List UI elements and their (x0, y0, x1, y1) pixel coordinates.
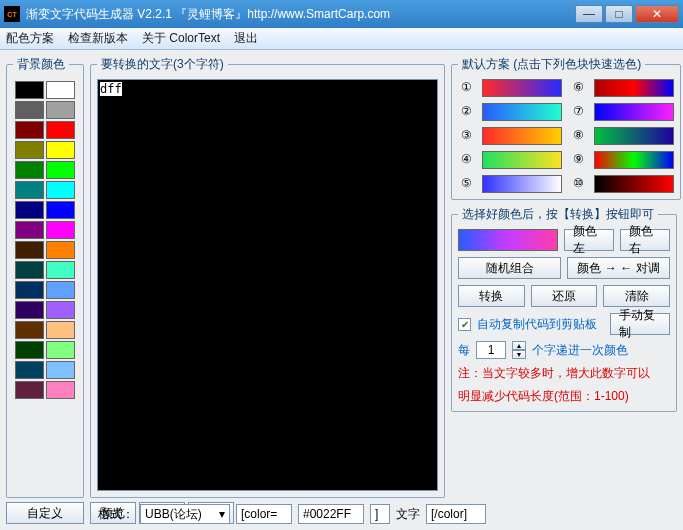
chevron-down-icon: ▾ (219, 507, 225, 521)
autocopy-label: 自动复制代码到剪贴板 (477, 316, 604, 333)
color-swatch[interactable] (46, 141, 75, 159)
color-swatch[interactable] (46, 121, 75, 139)
preset-num: ⑦ (570, 104, 586, 120)
preset-num: ⑥ (570, 80, 586, 96)
menubar: 配色方案 检查新版本 关于 ColorText 退出 (0, 28, 683, 50)
preset-num: ⑧ (570, 128, 586, 144)
step-prefix: 每 (458, 342, 470, 359)
code-hex[interactable]: #0022FF (298, 504, 364, 524)
maximize-button[interactable]: □ (605, 5, 633, 23)
preset-gradient[interactable] (594, 103, 674, 121)
text-legend: 要转换的文字(3个字符) (97, 56, 228, 73)
color-swatch[interactable] (46, 261, 75, 279)
code-end[interactable]: [/color] (426, 504, 486, 524)
color-swatch[interactable] (15, 221, 44, 239)
color-swatch[interactable] (15, 261, 44, 279)
actions-legend: 选择好颜色后，按【转换】按钮即可 (458, 206, 658, 223)
color-swatch[interactable] (15, 321, 44, 339)
preset-num: ⑩ (570, 176, 586, 192)
preset-gradient[interactable] (594, 79, 674, 97)
text-input[interactable]: dff (97, 79, 438, 491)
color-swatch[interactable] (15, 141, 44, 159)
minimize-button[interactable]: — (575, 5, 603, 23)
preset-num: ⑨ (570, 152, 586, 168)
autocopy-checkbox[interactable]: ✔ (458, 318, 471, 331)
code-open[interactable]: [color= (236, 504, 292, 524)
step-suffix: 个字递进一次颜色 (532, 342, 628, 359)
preset-num: ② (458, 104, 474, 120)
color-swatch[interactable] (46, 321, 75, 339)
custom-color-button[interactable]: 自定义 (6, 502, 84, 524)
color-left-button[interactable]: 颜色左 (564, 229, 614, 251)
color-swatch[interactable] (46, 81, 75, 99)
color-swatch[interactable] (15, 121, 44, 139)
preset-gradient[interactable] (482, 127, 562, 145)
preset-gradient[interactable] (482, 79, 562, 97)
preset-num: ⑤ (458, 176, 474, 192)
step-input[interactable] (476, 341, 506, 359)
preset-gradient[interactable] (594, 127, 674, 145)
app-icon: CT (4, 6, 20, 22)
menu-update[interactable]: 检查新版本 (68, 30, 128, 47)
preset-gradient[interactable] (482, 103, 562, 121)
color-swatch[interactable] (46, 221, 75, 239)
swatch-grid (13, 79, 77, 401)
colors-button[interactable]: 颜色 → ← 对调 (567, 257, 670, 279)
preset-num: ④ (458, 152, 474, 168)
format-select[interactable]: UBB(论坛)▾ (140, 504, 230, 524)
color-swatch[interactable] (15, 381, 44, 399)
color-swatch[interactable] (15, 181, 44, 199)
manual-copy-button[interactable]: 手动复制 (610, 313, 670, 335)
convert-button[interactable]: 转换 (458, 285, 525, 307)
color-swatch[interactable] (15, 361, 44, 379)
color-swatch[interactable] (15, 81, 44, 99)
color-swatch[interactable] (15, 161, 44, 179)
color-right-button[interactable]: 颜色右 (620, 229, 670, 251)
color-swatch[interactable] (15, 281, 44, 299)
color-swatch[interactable] (46, 161, 75, 179)
note-line2: 明显减少代码长度(范围：1-100) (458, 388, 670, 405)
color-swatch[interactable] (15, 341, 44, 359)
color-swatch[interactable] (46, 281, 75, 299)
color-swatch[interactable] (46, 341, 75, 359)
clear-button[interactable]: 清除 (603, 285, 670, 307)
bg-color-legend: 背景颜色 (13, 56, 69, 73)
preset-gradient[interactable] (482, 175, 562, 193)
color-swatch[interactable] (46, 181, 75, 199)
note-line1: 注：当文字较多时，增大此数字可以 (458, 365, 670, 382)
window-title: 渐变文字代码生成器 V2.2.1 『灵鲤博客』http://www.SmartC… (26, 6, 573, 23)
preset-gradient[interactable] (594, 175, 674, 193)
color-swatch[interactable] (46, 301, 75, 319)
color-swatch[interactable] (15, 301, 44, 319)
color-swatch[interactable] (46, 241, 75, 259)
step-up[interactable]: ▲ (512, 341, 526, 350)
menu-about[interactable]: 关于 ColorText (142, 30, 220, 47)
preset-num: ① (458, 80, 474, 96)
presets-legend: 默认方案 (点击下列色块快速选色) (458, 56, 645, 73)
restore-button[interactable]: 还原 (531, 285, 598, 307)
color-swatch[interactable] (15, 241, 44, 259)
format-label: 格式： (98, 506, 134, 523)
color-swatch[interactable] (15, 101, 44, 119)
preset-num: ③ (458, 128, 474, 144)
preset-grid: ①⑥②⑦③⑧④⑨⑤⑩ (458, 79, 674, 193)
gradient-preview[interactable] (458, 229, 558, 251)
color-swatch[interactable] (46, 101, 75, 119)
color-swatch[interactable] (46, 361, 75, 379)
color-swatch[interactable] (46, 201, 75, 219)
text-content: dff (100, 82, 122, 96)
code-close[interactable]: ] (370, 504, 390, 524)
text-label: 文字 (396, 506, 420, 523)
menu-exit[interactable]: 退出 (234, 30, 258, 47)
preset-gradient[interactable] (594, 151, 674, 169)
color-swatch[interactable] (15, 201, 44, 219)
color-swatch[interactable] (46, 381, 75, 399)
random-button[interactable]: 随机组合 (458, 257, 561, 279)
close-button[interactable]: ✕ (635, 5, 679, 23)
menu-scheme[interactable]: 配色方案 (6, 30, 54, 47)
step-down[interactable]: ▼ (512, 350, 526, 359)
preset-gradient[interactable] (482, 151, 562, 169)
